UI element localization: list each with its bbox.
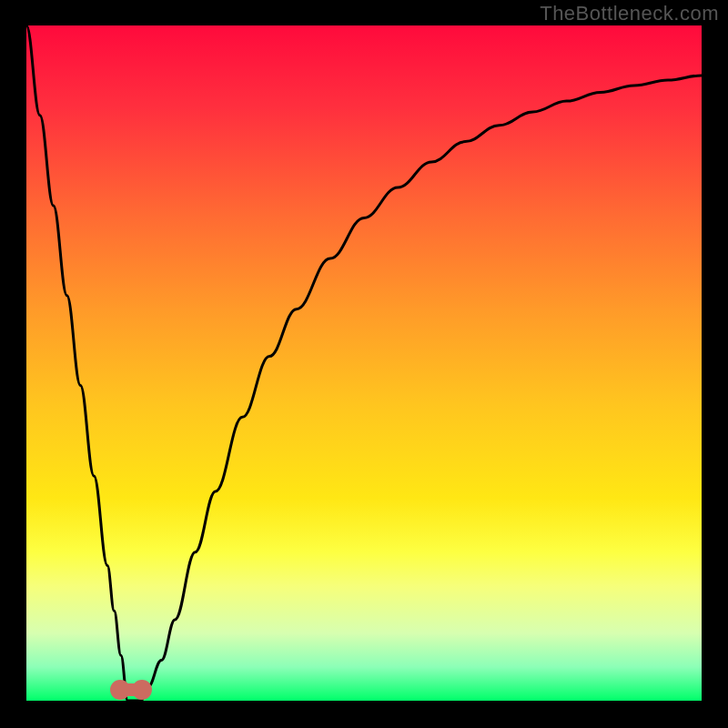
watermark-text: TheBottleneck.com — [540, 2, 719, 25]
bottleneck-curve — [26, 25, 702, 701]
plot-area — [26, 25, 702, 701]
chart-frame: TheBottleneck.com — [0, 0, 728, 728]
curve-layer — [26, 25, 702, 701]
marker-lobe-right — [132, 680, 152, 700]
optimum-marker — [110, 680, 152, 700]
